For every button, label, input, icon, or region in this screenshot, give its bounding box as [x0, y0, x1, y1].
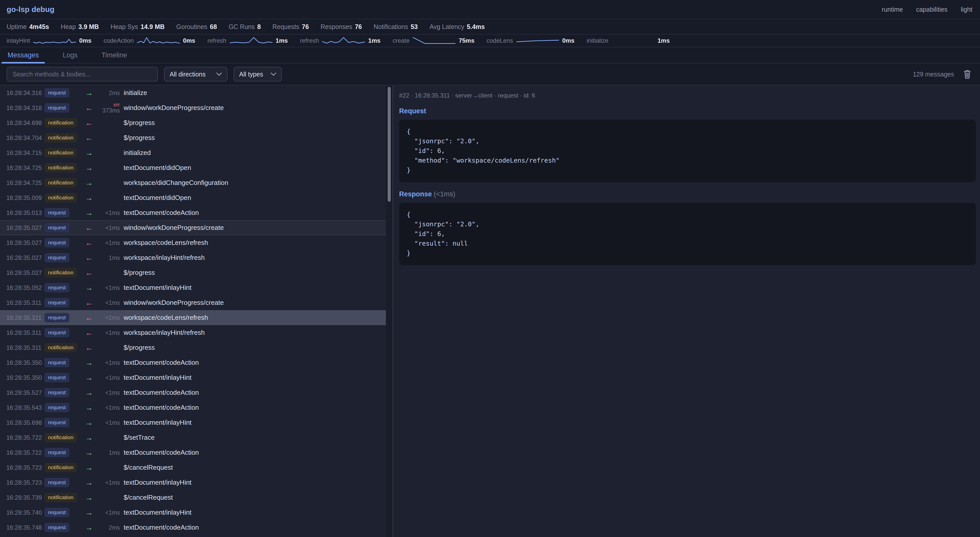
tab-messages[interactable]: Messages	[2, 47, 45, 63]
message-kind-cell: request	[45, 313, 84, 322]
nav-link-runtime[interactable]: runtime	[882, 6, 903, 13]
message-kind-badge: request	[45, 358, 69, 367]
message-method: $/progress	[124, 119, 155, 127]
message-method: textDocument/didOpen	[124, 164, 191, 172]
duration-text: <1ms	[105, 239, 120, 246]
message-kind-cell: request	[45, 208, 84, 217]
message-row[interactable]: 16:28:35.350 request → <1ms textDocument…	[0, 355, 386, 370]
message-kind-cell: notification	[45, 118, 84, 127]
message-row[interactable]: 16:28:35.723 request → <1ms textDocument…	[0, 475, 386, 490]
stat-value: 3.9 MB	[78, 23, 99, 30]
message-method: window/workDoneProgress/create	[124, 299, 224, 307]
message-kind-cell: request	[45, 298, 84, 307]
message-row[interactable]: 16:28:35.311 request ← <1ms workspace/in…	[0, 325, 386, 340]
sparkline-value: 75ms	[459, 37, 474, 44]
message-kind-badge: notification	[45, 193, 77, 202]
message-method: textDocument/codeAction	[124, 359, 199, 366]
message-method: workspace/inlayHint/refresh	[124, 254, 205, 261]
message-duration: <1ms	[94, 330, 120, 336]
message-row[interactable]: 16:28:35.009 notification → textDocument…	[0, 190, 386, 205]
tab-timeline[interactable]: Timeline	[95, 47, 133, 63]
message-row[interactable]: 16:28:34.704 notification ← $/progress	[0, 130, 386, 145]
message-row[interactable]: 16:28:35.311 request ← <1ms window/workD…	[0, 295, 386, 310]
message-row[interactable]: 16:28:35.748 request → 2ms textDocument/…	[0, 520, 386, 535]
direction-filter-dropdown[interactable]: All directions	[164, 67, 228, 81]
nav-link-capabilities[interactable]: capabilities	[916, 6, 948, 13]
search-input[interactable]	[6, 67, 158, 81]
direction-arrow-icon: ←	[84, 239, 94, 247]
message-duration: 1ms	[94, 449, 120, 456]
message-time: 16:28:35.311	[6, 314, 45, 321]
message-row[interactable]: 16:28:35.350 request → <1ms textDocument…	[0, 370, 386, 385]
sparkline-chart	[322, 36, 365, 45]
message-kind-badge: notification	[45, 148, 77, 157]
sparkline-chart	[33, 36, 76, 45]
message-row[interactable]: 16:28:35.013 request → <1ms textDocument…	[0, 205, 386, 220]
sparkline-chart	[137, 36, 180, 45]
message-method: workspace/codeLens/refresh	[124, 314, 208, 322]
sparkline-value: 1ms	[276, 37, 288, 44]
message-row[interactable]: 16:28:35.723 notification → $/cancelRequ…	[0, 460, 386, 475]
nav-link-theme-toggle[interactable]: light	[961, 6, 972, 13]
stat-label: Uptime	[6, 23, 27, 30]
message-method: textDocument/codeAction	[124, 209, 199, 217]
stat-item: Avg Latency 5.4ms	[430, 23, 485, 30]
message-row[interactable]: 16:28:34.316 request → 2ms initialize	[0, 85, 386, 100]
message-row[interactable]: 16:28:35.027 notification ← $/progress	[0, 265, 386, 280]
message-row[interactable]: 16:28:35.739 notification → $/cancelRequ…	[0, 490, 386, 505]
message-kind-badge: notification	[45, 268, 77, 277]
sparkline-label: create	[393, 37, 409, 44]
message-method: textDocument/codeAction	[124, 449, 199, 456]
message-row[interactable]: 16:28:35.722 request → 1ms textDocument/…	[0, 445, 386, 460]
message-time: 16:28:35.052	[6, 284, 45, 292]
sparkline-label: refresh	[207, 37, 226, 44]
type-filter-dropdown[interactable]: All types	[234, 67, 282, 81]
message-kind-badge: request	[45, 478, 69, 487]
message-method: $/cancelRequest	[124, 464, 173, 472]
message-row[interactable]: 16:28:35.052 request → <1ms textDocument…	[0, 280, 386, 295]
message-kind-cell: request	[45, 373, 84, 382]
message-kind-badge: notification	[45, 433, 77, 442]
tab-logs[interactable]: Logs	[57, 47, 84, 63]
message-kind-cell: notification	[45, 178, 84, 187]
request-heading-label: Request	[399, 107, 426, 115]
detail-meta: #22 · 16:28:35.311 · server→client · req…	[399, 92, 976, 99]
duration-text: 2ms	[109, 90, 120, 96]
stat-label: GC Runs	[229, 23, 255, 30]
response-heading-label: Response	[399, 190, 432, 198]
message-kind-badge: request	[45, 508, 69, 517]
clear-messages-button[interactable]	[962, 69, 973, 80]
direction-arrow-icon: →	[84, 179, 94, 187]
message-row[interactable]: 16:28:35.698 request → <1ms textDocument…	[0, 415, 386, 430]
tabs-bar: Messages Logs Timeline	[0, 47, 980, 64]
direction-arrow-icon: →	[84, 464, 94, 472]
sparklines-bar: inlayHint 0ms codeAction 0ms refresh 1ms…	[0, 35, 980, 47]
message-row[interactable]: 16:28:34.725 notification → textDocument…	[0, 160, 386, 175]
message-row[interactable]: 16:28:34.698 notification ← $/progress	[0, 115, 386, 130]
message-row[interactable]: 16:28:35.311 notification ← $/progress	[0, 340, 386, 355]
message-row[interactable]: 16:28:35.527 request → <1ms textDocument…	[0, 385, 386, 400]
message-time: 16:28:35.311	[6, 344, 45, 351]
message-time: 16:28:35.311	[6, 299, 45, 306]
message-row[interactable]: 16:28:35.027 request ← <1ms window/workD…	[0, 220, 386, 235]
message-row[interactable]: 16:28:35.027 request ← <1ms workspace/co…	[0, 235, 386, 250]
message-row[interactable]: 16:28:35.543 request → <1ms textDocument…	[0, 400, 386, 415]
message-kind-cell: request	[45, 358, 84, 367]
message-row[interactable]: 16:28:35.311 request ← <1ms workspace/co…	[0, 310, 386, 325]
message-row[interactable]: 16:28:35.722 notification → $/setTrace	[0, 430, 386, 445]
message-method: workspace/didChangeConfiguration	[124, 179, 228, 187]
message-row[interactable]: 16:28:35.740 request → <1ms textDocument…	[0, 505, 386, 520]
message-kind-badge: notification	[45, 343, 77, 352]
message-kind-cell: request	[45, 103, 84, 112]
message-kind-badge: notification	[45, 463, 77, 472]
scrollbar-thumb[interactable]	[388, 87, 391, 202]
stat-label: Responses	[321, 23, 352, 30]
message-row[interactable]: 16:28:35.027 request ← 1ms workspace/inl…	[0, 250, 386, 265]
message-row[interactable]: 16:28:34.715 notification → initialized	[0, 145, 386, 160]
message-kind-cell: request	[45, 478, 84, 487]
stat-value: 5.4ms	[467, 23, 485, 30]
trash-icon	[963, 69, 972, 79]
message-row[interactable]: 16:28:34.725 notification → workspace/di…	[0, 175, 386, 190]
message-row[interactable]: 16:28:34.318 request ← err373ms window/w…	[0, 100, 386, 115]
duration-text: <1ms	[105, 300, 120, 306]
